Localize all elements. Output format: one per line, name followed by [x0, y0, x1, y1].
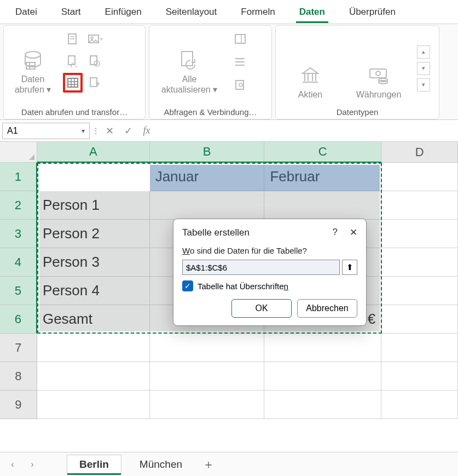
tab-datei[interactable]: Datei [4, 1, 48, 23]
properties-button[interactable] [230, 52, 250, 72]
tab-daten[interactable]: Daten [288, 1, 336, 23]
col-header-B[interactable]: B [150, 142, 265, 163]
tab-einfuegen[interactable]: Einfügen [94, 1, 153, 23]
dialog-prompt: Wo sind die Daten für die Tabelle? [182, 246, 357, 255]
tab-ueberpruefen[interactable]: Überprüfen [338, 1, 407, 23]
row-header-9[interactable]: 9 [0, 391, 37, 419]
cell-A5[interactable]: Person 4 [37, 277, 150, 305]
tab-formeln[interactable]: Formeln [230, 1, 286, 23]
cell-C8[interactable] [264, 362, 381, 391]
cell-A1[interactable] [37, 163, 150, 191]
sheet-tab-bar: ‹ › Berlin München ＋ [0, 452, 458, 476]
from-table-range-button[interactable] [63, 73, 83, 93]
formula-input[interactable] [158, 123, 456, 139]
dialog-close-button[interactable]: ✕ [350, 227, 357, 238]
cell-B9[interactable] [150, 391, 265, 419]
tab-start[interactable]: Start [50, 1, 92, 23]
gallery-down-button[interactable]: ▾ [417, 62, 430, 75]
cell-C1[interactable]: Februar [264, 163, 381, 191]
cell-C7[interactable] [264, 334, 381, 362]
svg-rect-18 [182, 51, 193, 66]
stocks-button[interactable]: Aktien [280, 35, 340, 100]
cell-B1[interactable]: Januar [150, 163, 265, 191]
get-data-label2: abrufen ▾ [15, 85, 51, 95]
cancel-button[interactable]: Abbrechen [297, 299, 357, 318]
row-header-5[interactable]: 5 [0, 277, 37, 305]
from-web-button[interactable]: ▾ [85, 29, 105, 49]
cancel-formula-button[interactable]: ✕ [102, 123, 117, 139]
row-header-1[interactable]: 1 [0, 163, 37, 191]
gallery-more-button[interactable]: ▾ [417, 78, 430, 91]
sheet-tab-muenchen[interactable]: München [127, 455, 195, 474]
cell-D4[interactable] [381, 248, 458, 277]
group-label-queries: Abfragen & Verbindung… [154, 105, 267, 117]
add-sheet-button[interactable]: ＋ [200, 456, 217, 473]
cell-C2[interactable] [264, 191, 381, 220]
cell-D3[interactable] [381, 220, 458, 248]
cell-D7[interactable] [381, 334, 458, 362]
get-data-button[interactable]: Daten abrufen ▾ [8, 29, 57, 95]
fx-button[interactable]: fx [139, 123, 154, 139]
ribbon-group-get-transform: Daten abrufen ▾ ▾ Daten abrufen und tran… [3, 25, 146, 119]
tab-seitenlayout[interactable]: Seitenlayout [155, 1, 228, 23]
cell-D2[interactable] [381, 191, 458, 220]
queries-connections-button[interactable] [230, 29, 250, 49]
cell-A7[interactable] [37, 334, 150, 362]
cell-C9[interactable] [264, 391, 381, 419]
cell-A3[interactable]: Person 2 [37, 220, 150, 248]
name-box[interactable]: A1 ▾ [2, 123, 90, 139]
name-box-value: A1 [7, 126, 18, 136]
col-header-C[interactable]: C [264, 142, 381, 163]
cell-D9[interactable] [381, 391, 458, 419]
dialog-help-button[interactable]: ? [333, 227, 338, 238]
cell-D8[interactable] [381, 362, 458, 391]
gallery-up-button[interactable]: ▴ [417, 45, 430, 59]
headers-checkbox[interactable]: ✓ [182, 280, 193, 291]
cell-B2[interactable] [150, 191, 265, 220]
row-header-8[interactable]: 8 [0, 362, 37, 391]
cell-D5[interactable] [381, 277, 458, 305]
row-header-3[interactable]: 3 [0, 220, 37, 248]
cell-A6[interactable]: Gesamt [37, 305, 150, 334]
from-other-button[interactable] [85, 73, 105, 93]
cell-A4[interactable]: Person 3 [37, 248, 150, 277]
enter-formula-button[interactable]: ✓ [120, 123, 136, 139]
select-all-corner[interactable] [0, 142, 37, 163]
row-header-2[interactable]: 2 [0, 191, 37, 220]
col-header-D[interactable]: D [381, 142, 458, 163]
sheet-tab-berlin[interactable]: Berlin [67, 455, 121, 474]
refresh-all-button[interactable]: Alle aktualisieren ▾ [154, 29, 225, 95]
cell-D1[interactable] [381, 163, 458, 191]
existing-connections-button[interactable] [63, 51, 83, 71]
dialog-title: Tabelle erstellen [182, 227, 250, 238]
cell-B7[interactable] [150, 334, 265, 362]
svg-point-8 [91, 37, 93, 39]
recent-sources-button[interactable] [85, 51, 105, 71]
svg-point-24 [235, 58, 236, 59]
svg-point-26 [235, 65, 236, 66]
svg-rect-12 [68, 78, 78, 87]
edit-links-button[interactable] [230, 75, 250, 95]
col-header-A[interactable]: A [37, 142, 150, 163]
cell-D6[interactable] [381, 305, 458, 334]
row-header-7[interactable]: 7 [0, 334, 37, 362]
ok-button[interactable]: OK [231, 299, 292, 318]
dialog-range-input[interactable] [182, 260, 340, 275]
cell-A2[interactable]: Person 1 [37, 191, 150, 220]
row-header-4[interactable]: 4 [0, 248, 37, 277]
currencies-button[interactable]: Währungen [346, 35, 411, 100]
collapse-dialog-button[interactable]: ⬆ [342, 260, 357, 275]
sheet-next-button[interactable]: › [25, 457, 39, 472]
sheet-prev-button[interactable]: ‹ [5, 457, 20, 472]
money-icon [368, 65, 390, 87]
ribbon-body: Daten abrufen ▾ ▾ Daten abrufen und tran… [0, 24, 458, 120]
currencies-label: Währungen [356, 90, 402, 100]
from-text-csv-button[interactable] [63, 29, 83, 49]
cell-A8[interactable] [37, 362, 150, 391]
database-icon [22, 49, 44, 71]
row-header-6[interactable]: 6 [0, 305, 37, 334]
bank-icon [299, 65, 321, 87]
svg-rect-19 [235, 35, 245, 43]
cell-A9[interactable] [37, 391, 150, 419]
cell-B8[interactable] [150, 362, 265, 391]
